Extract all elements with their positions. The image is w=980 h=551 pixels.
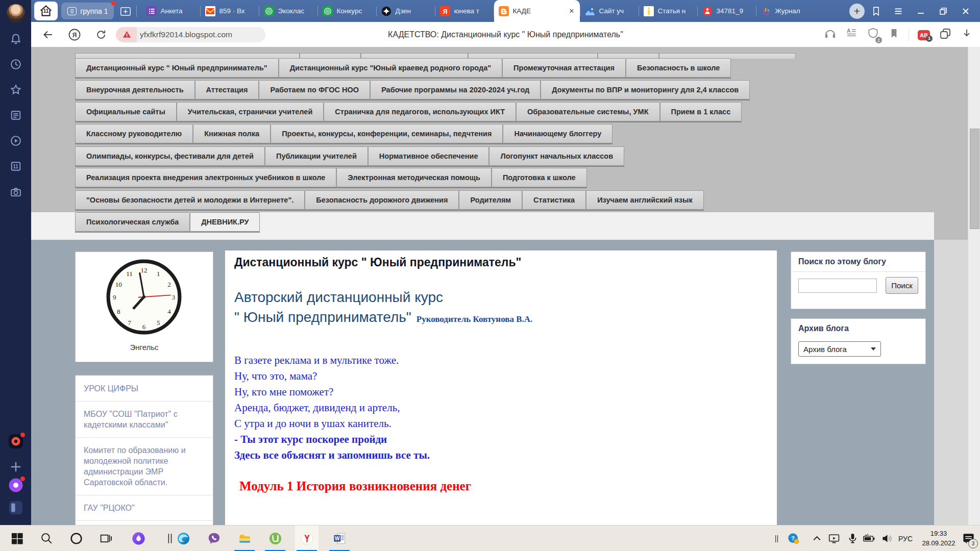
browser-tab-6[interactable]: Яюнева т [435, 0, 494, 22]
page-scrollbar[interactable] [968, 47, 980, 525]
bell-icon[interactable] [9, 33, 22, 46]
reader-mode-icon[interactable]: A [845, 27, 858, 42]
chevron-up-tray-icon[interactable] [808, 525, 825, 551]
page-nav-tab[interactable]: Начинающему блоггеру [503, 124, 612, 143]
feed-icon[interactable] [9, 109, 22, 122]
downloads-icon[interactable] [961, 28, 973, 42]
adblock-extension-icon[interactable]: AB1 [918, 30, 930, 39]
cortana-taskbar-icon[interactable] [64, 525, 88, 551]
page-nav-tab[interactable]: "Основы безопасности детей и молодежи в … [75, 190, 305, 210]
mic-tray-icon[interactable] [844, 525, 861, 551]
browser-menu-icon[interactable] [892, 5, 904, 17]
browser-tab-9[interactable]: Статья н [639, 0, 697, 22]
collections-extension-icon[interactable] [939, 27, 952, 42]
screenshot-icon[interactable] [9, 186, 22, 199]
page-nav-tab[interactable]: Родителям [459, 190, 522, 210]
page-nav-tab[interactable]: Психологическая служба [75, 212, 190, 232]
yandex-browser-taskbar-icon[interactable] [295, 525, 318, 551]
sidebar-link[interactable]: ГАУ "РЦОКО" [76, 495, 213, 521]
page-nav-tab[interactable]: Аттестация [195, 80, 259, 99]
help-tray-icon[interactable]: ?i [785, 525, 801, 551]
bookmarks-panel-icon[interactable] [870, 5, 882, 17]
address-field[interactable]: yfxfkrf92014.blogspot.com [137, 27, 265, 42]
explorer-taskbar-icon[interactable] [233, 525, 256, 551]
page-nav-tab[interactable]: Публикации учителей [265, 146, 368, 166]
speaker-tray-icon[interactable] [879, 525, 895, 551]
page-nav-tab[interactable]: Книжная полка [193, 124, 271, 143]
page-nav-tab[interactable]: Внеурочная деятельность [75, 80, 195, 99]
site-warning-icon[interactable] [116, 27, 137, 42]
sidebar-link[interactable]: УРОК ЦИФРЫ [76, 375, 213, 402]
page-nav-tab[interactable]: Логопункт начальных классов [489, 146, 624, 166]
page-nav-tab[interactable]: Прием в 1 класс [660, 102, 742, 121]
browser-tab-5[interactable]: Дзен [377, 0, 435, 22]
browser-tab-3[interactable]: Экоклас [259, 0, 317, 22]
page-nav-tab[interactable]: Работаем по ФГОС НОО [259, 80, 370, 99]
home-button[interactable]: 11 [34, 2, 58, 20]
browser-tab-11[interactable]: Журнал [756, 0, 815, 22]
blog-search-input[interactable] [798, 279, 877, 293]
notification-center-icon[interactable]: 3 [961, 525, 976, 551]
page-nav-tab[interactable]: ДНЕВНИК.РУ [190, 212, 260, 232]
page-nav-tab[interactable]: Подготовка к школе [492, 168, 587, 187]
bookmark-flag-icon[interactable] [888, 28, 900, 41]
back-button[interactable] [40, 27, 56, 42]
taskbar-clock[interactable]: 19:33 28.09.2022 [917, 529, 961, 548]
page-nav-tab[interactable]: Рабочие программы на 2020-2024 уч.год [370, 80, 541, 99]
page-nav-tab[interactable]: Реализация проекта внедрения электронных… [75, 168, 336, 187]
page-nav-tab[interactable]: Проекты, конкурсы, конференции, семинары… [271, 124, 503, 143]
page-nav-tab[interactable]: Олимпиады, конкурсы, фестивали для детей [75, 146, 265, 166]
word-taskbar-icon[interactable]: W [328, 525, 351, 551]
viber-taskbar-icon[interactable] [202, 525, 226, 551]
browser-tab-2[interactable]: 859 · Вх [201, 0, 259, 22]
page-nav-tab[interactable]: Классному руководителю [75, 124, 193, 143]
start-taskbar-icon[interactable] [5, 525, 29, 551]
sidebar-link[interactable]: МБОУ "СОШ "Патриот" с кадетскими классам… [76, 402, 213, 438]
yandex-start-button[interactable]: Я [67, 27, 82, 42]
page-nav-tab[interactable]: Статистика [522, 190, 586, 210]
page-nav-tab[interactable]: Дистанционный курс " Юный предпринимател… [75, 58, 279, 78]
history-icon[interactable] [9, 58, 22, 71]
alice-orb-taskbar-icon[interactable] [127, 525, 150, 551]
panel-icon[interactable] [8, 500, 23, 515]
sidebar-link[interactable]: Комитет по образованию и молодежной поли… [76, 438, 213, 495]
add-icon[interactable] [8, 459, 23, 474]
new-tab-button[interactable]: + [849, 4, 865, 19]
browser-tab-10[interactable]: 34781_9 [698, 0, 756, 22]
page-nav-tab[interactable]: Официальные сайты [75, 102, 177, 121]
page-nav-tab[interactable]: Электронная методическая помощь [336, 168, 492, 187]
page-nav-tab[interactable]: Безопасность в школе [626, 58, 731, 78]
tab-group-pill[interactable]: 0 группа 1 [61, 3, 114, 19]
scrollbar-thumb[interactable] [970, 129, 979, 229]
cast-tray-icon[interactable] [826, 525, 842, 551]
utorrent-taskbar-icon[interactable] [263, 525, 287, 551]
page-nav-tab[interactable]: Страничка для педагогов, использующих ИК… [324, 102, 516, 121]
reload-button[interactable] [93, 27, 109, 42]
headphones-icon[interactable] [824, 27, 837, 42]
protect-shield-icon[interactable]: 2 [867, 27, 879, 42]
video-icon[interactable] [9, 134, 22, 147]
blog-search-button[interactable]: Поиск [886, 277, 918, 294]
badge11-icon[interactable]: 11 [9, 160, 22, 173]
battery-tray-icon[interactable] [861, 525, 877, 551]
browser-tab-4[interactable]: Конкурс [318, 0, 376, 22]
page-nav-tab[interactable]: Документы по ВПР и мониторингу для 2,4 к… [541, 80, 750, 99]
browser-tab-1[interactable]: Анкета [142, 0, 200, 22]
page-nav-tab[interactable]: Учительская, странички учителей [177, 102, 324, 121]
alice-icon[interactable] [8, 478, 23, 493]
edge-taskbar-icon[interactable] [172, 525, 195, 551]
close-window-button[interactable] [960, 5, 972, 17]
music-icon[interactable] [8, 434, 23, 449]
page-nav-tab[interactable]: Образовательные системы, УМК [516, 102, 659, 121]
bookmarks-icon[interactable] [9, 83, 22, 96]
language-indicator[interactable]: РУС [894, 525, 917, 551]
page-nav-tab[interactable]: Нормативное обеспечение [368, 146, 489, 166]
minimize-button[interactable] [915, 5, 927, 17]
new-group-icon[interactable] [118, 4, 133, 19]
page-nav-tab[interactable]: Безопасность дорожного движения [305, 190, 459, 210]
close-tab-icon[interactable]: ✕ [568, 7, 576, 15]
blog-archive-select[interactable]: Архив блога [798, 341, 881, 357]
browser-tab-8[interactable]: Сайт уч [580, 0, 639, 22]
page-nav-tab[interactable]: Промежуточная аттестация [502, 58, 626, 78]
restore-button[interactable] [937, 5, 949, 17]
